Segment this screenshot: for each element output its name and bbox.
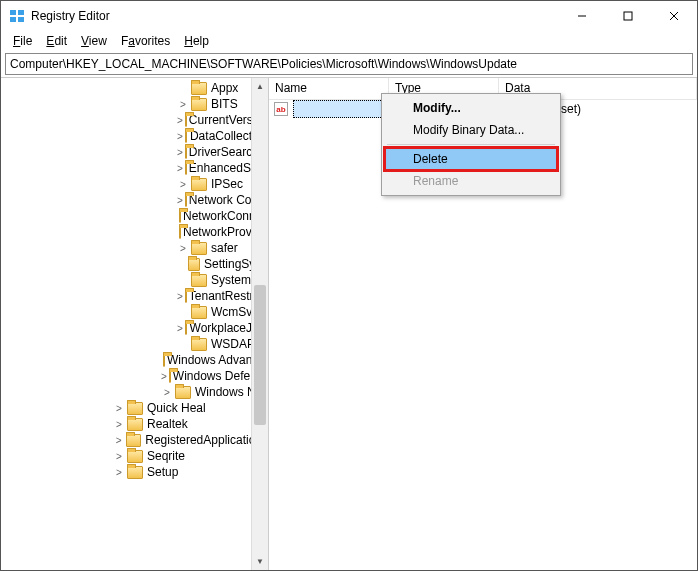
tree-item[interactable]: >CurrentVersion [1, 112, 268, 128]
folder-icon [175, 386, 191, 399]
value-name-cell[interactable] [293, 100, 389, 118]
expand-icon[interactable]: > [177, 322, 183, 334]
tree-item[interactable]: >Windows NT [1, 384, 268, 400]
expand-spacer [177, 306, 189, 318]
folder-icon [191, 98, 207, 111]
ctx-modify-binary[interactable]: Modify Binary Data... [385, 119, 557, 141]
tree-item[interactable]: Appx [1, 80, 268, 96]
ctx-rename: Rename [385, 170, 557, 192]
folder-icon [127, 466, 143, 479]
tree-label: BITS [211, 97, 238, 111]
menu-help[interactable]: Help [178, 32, 215, 50]
expand-spacer [177, 338, 189, 350]
folder-icon [127, 450, 143, 463]
svg-rect-0 [10, 10, 16, 15]
expand-icon[interactable]: > [113, 402, 125, 414]
svg-rect-5 [624, 12, 632, 20]
tree-item[interactable]: WcmSvc [1, 304, 268, 320]
tree-item[interactable]: System [1, 272, 268, 288]
expand-icon[interactable]: > [161, 370, 167, 382]
scroll-down-button[interactable]: ▼ [252, 553, 268, 570]
tree-item[interactable]: >DriverSearching [1, 144, 268, 160]
expand-icon[interactable]: > [113, 418, 125, 430]
titlebar: Registry Editor [1, 1, 697, 31]
tree-item[interactable]: >IPSec [1, 176, 268, 192]
menubar: File Edit View Favorites Help [1, 31, 697, 51]
expand-icon[interactable]: > [177, 146, 183, 158]
tree-item[interactable]: >Quick Heal [1, 400, 268, 416]
folder-icon [127, 418, 143, 431]
tree-item[interactable]: >Seqrite [1, 448, 268, 464]
expand-spacer [177, 258, 186, 270]
menu-favorites[interactable]: Favorites [115, 32, 176, 50]
expand-spacer [177, 82, 189, 94]
tree-item[interactable]: >Setup [1, 464, 268, 480]
tree-item[interactable]: >TenantRestrictions [1, 288, 268, 304]
expand-icon[interactable]: > [177, 194, 183, 206]
tree-item[interactable]: NetworkProvider [1, 224, 268, 240]
context-menu: Modify... Modify Binary Data... Delete R… [381, 93, 561, 196]
expand-icon[interactable]: > [161, 386, 173, 398]
tree-item[interactable]: >BITS [1, 96, 268, 112]
tree-item[interactable]: >EnhancedStorageDevices [1, 160, 268, 176]
folder-icon [185, 322, 186, 335]
window-title: Registry Editor [31, 9, 559, 23]
ctx-delete[interactable]: Delete [385, 148, 557, 170]
vertical-scrollbar[interactable]: ▲ ▼ [251, 78, 268, 570]
tree-label: System [211, 273, 251, 287]
tree-pane: Appx>BITS>CurrentVersion>DataCollection>… [1, 78, 269, 570]
tree-item[interactable]: >Windows Defender [1, 368, 268, 384]
expand-icon[interactable]: > [177, 114, 183, 126]
tree-label: RegisteredApplications [145, 433, 268, 447]
svg-rect-1 [18, 10, 24, 15]
expand-spacer [177, 274, 189, 286]
folder-icon [191, 178, 207, 191]
minimize-button[interactable] [559, 1, 605, 31]
close-button[interactable] [651, 1, 697, 31]
tree-label: Appx [211, 81, 238, 95]
tree-label: Quick Heal [147, 401, 206, 415]
tree-item[interactable]: Windows Advanced Threat Protection [1, 352, 268, 368]
expand-icon[interactable]: > [177, 242, 189, 254]
tree-label: Seqrite [147, 449, 185, 463]
string-value-icon: ab [273, 101, 289, 117]
expand-icon[interactable]: > [177, 290, 183, 302]
folder-icon [127, 402, 143, 415]
tree-item[interactable]: NetworkConnectivityStatusIndicator [1, 208, 268, 224]
expand-icon[interactable]: > [177, 162, 183, 174]
tree-label: Setup [147, 465, 178, 479]
tree-item[interactable]: >Realtek [1, 416, 268, 432]
folder-icon [191, 82, 207, 95]
folder-icon [191, 338, 207, 351]
expand-icon[interactable]: > [113, 450, 125, 462]
maximize-button[interactable] [605, 1, 651, 31]
tree-label: IPSec [211, 177, 243, 191]
ctx-separator [387, 144, 555, 145]
tree-item[interactable]: SettingSync [1, 256, 268, 272]
window-buttons [559, 1, 697, 31]
scroll-thumb[interactable] [254, 285, 266, 425]
menu-file[interactable]: File [7, 32, 38, 50]
menu-view[interactable]: View [75, 32, 113, 50]
expand-icon[interactable]: > [113, 466, 125, 478]
expand-icon[interactable]: > [177, 178, 189, 190]
content-panes: Appx>BITS>CurrentVersion>DataCollection>… [1, 77, 697, 570]
ctx-modify[interactable]: Modify... [385, 97, 557, 119]
tree-item[interactable]: >DataCollection [1, 128, 268, 144]
tree-item[interactable]: >RegisteredApplications [1, 432, 268, 448]
folder-icon [191, 242, 207, 255]
folder-icon [191, 306, 207, 319]
menu-edit[interactable]: Edit [40, 32, 73, 50]
scroll-up-button[interactable]: ▲ [252, 78, 268, 95]
expand-icon[interactable]: > [113, 434, 124, 446]
tree-item[interactable]: >WorkplaceJoin [1, 320, 268, 336]
tree-item[interactable]: >safer [1, 240, 268, 256]
folder-icon [191, 274, 207, 287]
expand-icon[interactable]: > [177, 130, 183, 142]
tree-item[interactable]: WSDAPI [1, 336, 268, 352]
column-name[interactable]: Name [269, 78, 389, 99]
scroll-track[interactable] [252, 95, 268, 553]
address-bar[interactable]: Computer\HKEY_LOCAL_MACHINE\SOFTWARE\Pol… [5, 53, 693, 75]
expand-icon[interactable]: > [177, 98, 189, 110]
tree-item[interactable]: >Network Connections [1, 192, 268, 208]
